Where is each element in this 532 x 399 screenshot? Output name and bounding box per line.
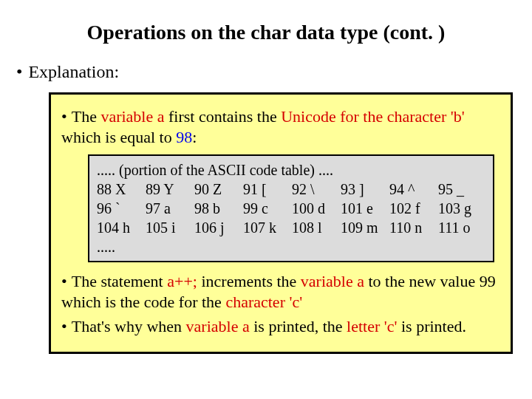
highlight-variable-a: variable a bbox=[301, 272, 364, 290]
ascii-entry: 101 e bbox=[341, 199, 386, 218]
ascii-entry: 99 c bbox=[243, 199, 289, 218]
lead-row: •Explanation: bbox=[16, 62, 516, 82]
ascii-entry: 105 i bbox=[146, 218, 191, 237]
ascii-entry: 102 f bbox=[389, 199, 435, 218]
ascii-entry: 93 ] bbox=[341, 180, 386, 199]
slide-title: Operations on the char data type (cont. … bbox=[16, 21, 516, 44]
bullet-icon: • bbox=[61, 317, 67, 335]
ascii-code-box: ..... (portion of the ASCII code table) … bbox=[88, 154, 494, 262]
para-3: •That's why when variable a is printed, … bbox=[61, 316, 500, 337]
ascii-entry: 96 ` bbox=[97, 199, 143, 218]
lead-text: Explanation: bbox=[28, 62, 119, 81]
ascii-entry: 98 b bbox=[194, 199, 240, 218]
value-98: 98 bbox=[176, 128, 192, 146]
slide-root: Operations on the char data type (cont. … bbox=[0, 0, 532, 399]
text: increments the bbox=[197, 272, 301, 290]
ascii-entry: 110 n bbox=[389, 218, 435, 237]
para-2: •The statement a++; increments the varia… bbox=[61, 271, 500, 312]
text: : bbox=[192, 128, 197, 146]
bullet-icon: • bbox=[16, 62, 22, 81]
ascii-entry: 104 h bbox=[97, 218, 143, 237]
highlight-variable-a: variable a bbox=[100, 107, 164, 126]
text: is printed. bbox=[397, 317, 466, 335]
code-line-3: 96 `97 a98 b99 c100 d101 e102 f103 g bbox=[97, 199, 485, 218]
para-1: •The variable a first contains the Unico… bbox=[61, 106, 500, 147]
ascii-entry: 91 [ bbox=[243, 180, 289, 199]
text: The bbox=[72, 107, 101, 126]
ascii-entry: 103 g bbox=[438, 199, 484, 218]
ascii-entry: 106 j bbox=[194, 218, 240, 237]
text: That's why when bbox=[72, 317, 186, 335]
ascii-entry: 89 Y bbox=[146, 180, 191, 199]
code-line-1: ..... (portion of the ASCII code table) … bbox=[97, 160, 485, 180]
code-line-5: ..... bbox=[97, 237, 485, 256]
ascii-entry: 108 l bbox=[292, 218, 338, 237]
text: is printed, the bbox=[250, 317, 347, 335]
highlight-statement: a++; bbox=[167, 272, 197, 290]
ascii-entry: 95 _ bbox=[438, 180, 484, 199]
bullet-icon: • bbox=[61, 107, 67, 126]
ascii-entry: 100 d bbox=[292, 199, 338, 218]
ascii-entry: 94 ^ bbox=[389, 180, 435, 199]
ascii-entry: 90 Z bbox=[194, 180, 240, 199]
ascii-entry: 109 m bbox=[341, 218, 386, 237]
highlight-variable-a: variable a bbox=[186, 317, 250, 335]
text: first contains the bbox=[165, 107, 282, 126]
highlight-character-c: character 'c' bbox=[225, 293, 302, 311]
text: The statement bbox=[72, 272, 168, 290]
text: which is equal to bbox=[61, 128, 176, 146]
explanation-box: •The variable a first contains the Unico… bbox=[49, 92, 513, 354]
highlight-letter-c: letter 'c' bbox=[347, 317, 397, 335]
ascii-entry: 88 X bbox=[97, 180, 143, 199]
code-line-4: 104 h105 i106 j107 k108 l109 m110 n111 o bbox=[97, 218, 485, 237]
highlight-unicode-b: Unicode for the character 'b' bbox=[281, 107, 465, 126]
ascii-entry: 107 k bbox=[243, 218, 289, 237]
ascii-entry: 111 o bbox=[438, 218, 484, 237]
ascii-entry: 97 a bbox=[146, 199, 191, 218]
code-line-2: 88 X89 Y90 Z91 [92 \93 ]94 ^95 _ bbox=[97, 180, 485, 199]
bullet-icon: • bbox=[61, 272, 67, 290]
ascii-entry: 92 \ bbox=[292, 180, 338, 199]
